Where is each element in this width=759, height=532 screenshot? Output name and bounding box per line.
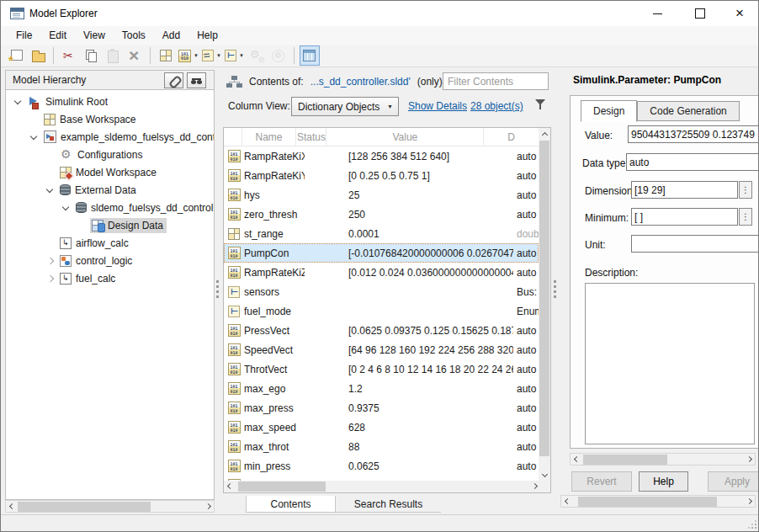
toolbar-button[interactable] [300, 45, 320, 66]
scrollbar-thumb[interactable] [238, 481, 326, 492]
expander-icon[interactable] [43, 254, 58, 268]
table-row[interactable]: PressVect [0.0625 0.09375 0.125 0.15625 … [224, 321, 539, 340]
scroll-right-icon[interactable] [743, 454, 755, 466]
toolbar-button[interactable] [28, 45, 48, 66]
hierarchy-hscrollbar[interactable] [5, 500, 215, 513]
edit-button[interactable] [164, 72, 183, 88]
scroll-left-icon[interactable] [224, 481, 236, 492]
dictionary-link[interactable]: ...s_dd_controller.sldd' [310, 76, 411, 88]
apply-button[interactable]: Apply [708, 471, 759, 492]
value-input[interactable] [628, 125, 759, 143]
menu-item[interactable]: Edit [40, 26, 75, 45]
maximize-button[interactable] [683, 1, 717, 26]
table-vscrollbar[interactable] [539, 128, 550, 481]
toolbar-button[interactable] [224, 45, 245, 66]
menu-item[interactable]: View [75, 26, 114, 45]
tree-item[interactable]: sldemo_fuelsys_dd_controller [6, 199, 214, 216]
scroll-left-icon[interactable] [571, 454, 582, 466]
table-row[interactable]: fuel_mode Enum: sl [224, 301, 539, 321]
minimum-input[interactable] [631, 208, 738, 226]
menu-item[interactable]: Help [188, 26, 226, 45]
right-splitter[interactable] [554, 280, 556, 302]
table-row[interactable]: sensors Bus: Eng [224, 282, 539, 301]
header-name[interactable]: Name [242, 128, 297, 146]
expander-icon[interactable] [43, 184, 58, 197]
expand-minimum-button[interactable]: ⋮ [739, 208, 752, 226]
tree-item[interactable]: example_sldemo_fuelsys_dd_controller [6, 128, 214, 146]
minimize-button[interactable] [640, 1, 674, 26]
scroll-right-icon[interactable] [743, 496, 755, 508]
toolbar-button[interactable] [268, 45, 289, 66]
dimensions-input[interactable] [631, 181, 738, 199]
header-datatype[interactable]: D [484, 128, 539, 146]
expander-icon[interactable] [75, 219, 90, 232]
toolbar-button[interactable] [6, 45, 26, 66]
expander-icon[interactable] [59, 201, 74, 215]
scroll-down-icon[interactable] [539, 470, 550, 481]
expander-icon[interactable] [27, 130, 42, 144]
tab-search-results[interactable]: Search Results [336, 496, 441, 513]
dialog-tab[interactable]: Design [581, 100, 637, 122]
toolbar-button[interactable] [125, 45, 145, 66]
scroll-right-icon[interactable] [202, 501, 214, 513]
table-row[interactable]: PumpCon [-0.010768420000000006 0.0267047… [224, 243, 539, 263]
tree-item[interactable]: control_logic [6, 252, 214, 269]
table-hscrollbar[interactable] [224, 481, 551, 492]
scroll-right-icon[interactable] [528, 481, 540, 492]
toolbar-button[interactable] [201, 45, 222, 66]
toolbar-button[interactable] [53, 47, 54, 64]
menu-item[interactable]: Tools [114, 26, 154, 45]
table-row[interactable]: hys 25 auto [224, 185, 539, 205]
scrollbar-thumb[interactable] [539, 141, 549, 456]
table-row[interactable]: RampRateKiX [128 256 384 512 640] auto [224, 146, 539, 166]
tree-item[interactable]: airflow_calc [6, 234, 214, 252]
scrollbar-thumb[interactable] [18, 502, 151, 512]
revert-button[interactable]: Revert [571, 471, 632, 492]
dropdown-arrow-icon[interactable] [239, 53, 244, 58]
dropdown-arrow-icon[interactable] [194, 53, 199, 58]
table-row[interactable]: max_speed 628 auto [224, 418, 539, 437]
toolbar-button[interactable] [156, 45, 176, 66]
dialog-hscrollbar[interactable] [570, 453, 756, 466]
toolbar-button[interactable] [81, 45, 101, 66]
description-textarea[interactable] [585, 283, 755, 444]
table-row[interactable]: SpeedVect [64 96 128 160 192 224 256 288… [224, 340, 539, 359]
column-view-dropdown[interactable]: Dictionary Objects ▼ [291, 97, 399, 116]
expander-icon[interactable] [43, 272, 58, 285]
toolbar-button[interactable] [103, 45, 123, 66]
filter-icon[interactable] [534, 98, 548, 111]
toolbar-button[interactable] [178, 45, 199, 66]
expand-dimensions-button[interactable]: ⋮ [739, 181, 752, 199]
expander-icon[interactable] [43, 148, 58, 162]
table-row[interactable]: ThrotVect [0 2 4 6 8 10 12 14 16 18 20 2… [224, 359, 539, 379]
unit-input[interactable] [631, 235, 759, 253]
tree-item[interactable]: External Data [6, 181, 214, 199]
scrollbar-thumb[interactable] [583, 455, 667, 465]
table-row[interactable]: st_range 0.0001 double [224, 224, 539, 243]
expander-icon[interactable] [43, 166, 58, 179]
show-details-link[interactable]: Show Details [408, 100, 467, 112]
tab-contents[interactable]: Contents [246, 496, 336, 513]
table-row[interactable]: max_throt 88 auto [224, 437, 539, 456]
panel-hscrollbar[interactable] [560, 495, 756, 508]
dialog-tab[interactable]: Code Generation [637, 101, 739, 121]
tree-item[interactable]: Model Workspace [6, 163, 214, 181]
datatype-combo[interactable] [626, 153, 759, 171]
scroll-up-icon[interactable] [539, 128, 550, 140]
scroll-left-icon[interactable] [6, 501, 18, 513]
tree-item[interactable]: Design Data [6, 216, 214, 234]
tree-item[interactable]: fuel_calc [6, 269, 214, 287]
close-button[interactable]: × [723, 1, 756, 26]
table-row[interactable]: zero_thresh 250 auto [224, 205, 539, 224]
expander-icon[interactable] [27, 113, 42, 126]
help-button[interactable]: Help [639, 471, 688, 492]
dropdown-arrow-icon[interactable] [216, 53, 221, 58]
tree-item[interactable]: Simulink Root [6, 93, 214, 110]
menu-item[interactable]: Add [154, 26, 188, 45]
toolbar-button[interactable] [247, 45, 267, 66]
expander-icon[interactable] [43, 237, 58, 250]
header-value[interactable]: Value [326, 128, 484, 146]
scrollbar-thumb[interactable] [578, 497, 717, 507]
tree-item[interactable]: Base Workspace [6, 110, 214, 128]
table-row[interactable]: RampRateKiZ [0.012 0.024 0.0360000000000… [224, 263, 539, 282]
